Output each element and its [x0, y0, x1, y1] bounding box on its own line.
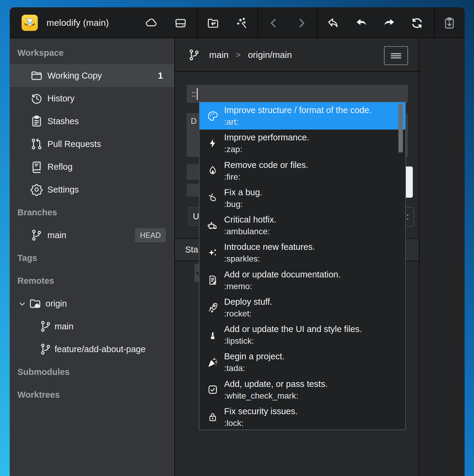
git-branch-icon — [39, 343, 52, 356]
sidebar-section-tags[interactable]: Tags — [10, 247, 174, 269]
suggestion-item-tada[interactable]: Begin a project.:tada: — [200, 349, 405, 376]
text-caret — [197, 88, 198, 100]
sidebar: Workspace Working Copy 1 — [10, 39, 175, 476]
share-arrow-icon[interactable] — [326, 16, 340, 30]
ambulance-icon — [207, 220, 219, 232]
description-fragment: D — [191, 117, 197, 126]
hamburger-menu-button[interactable] — [384, 46, 408, 65]
sidebar-item-working-copy[interactable]: Working Copy 1 — [10, 64, 174, 87]
memo-icon — [207, 274, 219, 286]
check-box-icon — [207, 384, 219, 396]
chevron-down-icon[interactable] — [17, 299, 27, 309]
magic-wand-icon[interactable] — [235, 16, 249, 30]
remote-cloud-folder-icon — [28, 297, 42, 310]
app-window: melodify (main) — [10, 7, 464, 476]
gitmoji-suggestion-popup: Improve structure / format of the code.:… — [199, 102, 406, 430]
working-copy-count: 1 — [158, 71, 163, 81]
sync-icon[interactable] — [410, 16, 424, 30]
suggestion-item-zap[interactable]: Improve performance.:zap: — [200, 130, 405, 157]
sidebar-section-worktrees[interactable]: Worktrees — [10, 383, 174, 406]
pull-request-icon — [30, 137, 43, 151]
sidebar-item-reflog[interactable]: Reflog — [10, 155, 174, 178]
bug-icon — [207, 192, 219, 204]
back-icon[interactable] — [267, 16, 280, 30]
sidebar-item-remote-origin[interactable]: origin — [10, 292, 174, 315]
title-bar: melodify (main) — [10, 7, 464, 38]
git-branch-icon — [39, 320, 52, 333]
lipstick-icon — [207, 329, 219, 341]
sidebar-section-workspace[interactable]: Workspace — [10, 41, 174, 64]
sidebar-item-stashes[interactable]: Stashes — [10, 110, 174, 133]
suggestion-item-fire[interactable]: Remove code or files.:fire: — [200, 157, 405, 184]
suggestion-item-white-check-mark[interactable]: Add, update, or pass tests.:white_check_… — [200, 376, 405, 403]
sidebar-item-settings[interactable]: Settings — [10, 178, 174, 201]
suggestion-item-ambulance[interactable]: Critical hotfix.:ambulance: — [200, 212, 405, 239]
sidebar-section-branches[interactable]: Branches — [10, 201, 174, 224]
sidebar-section-submodules[interactable]: Submodules — [10, 361, 174, 383]
breadcrumb-branch[interactable]: main — [209, 50, 229, 60]
window-title: melodify (main) — [46, 7, 109, 38]
popup-scrollbar-thumb[interactable] — [398, 104, 403, 152]
history-icon — [30, 92, 43, 105]
folder-icon — [30, 69, 43, 82]
sidebar-item-history[interactable]: History — [10, 87, 174, 110]
app-icon — [22, 15, 38, 31]
breadcrumb-upstream[interactable]: origin/main — [248, 50, 292, 60]
commit-summary-input[interactable]: :: — [187, 85, 408, 103]
suggestion-item-memo[interactable]: Add or update documentation.:memo: — [200, 267, 405, 294]
stash-clipboard-icon — [30, 115, 43, 128]
fire-icon — [207, 165, 219, 177]
book-icon — [30, 160, 43, 173]
undo-icon[interactable] — [355, 16, 368, 30]
right-panel — [419, 39, 464, 476]
suggestion-item-lock[interactable]: Fix security issues.:lock: — [200, 403, 405, 430]
sidebar-section-remotes[interactable]: Remotes — [10, 269, 174, 292]
suggestion-item-lipstick[interactable]: Add or update the UI and style files.:li… — [200, 321, 405, 349]
git-branch-icon — [30, 229, 43, 242]
palette-icon — [207, 110, 219, 122]
suggestion-item-bug[interactable]: Fix a bug.:bug: — [200, 184, 405, 212]
open-repo-return-icon[interactable] — [206, 16, 220, 30]
clipboard-download-icon[interactable] — [442, 16, 456, 30]
rocket-icon — [207, 301, 219, 313]
sparkles-icon — [207, 247, 219, 259]
gear-icon — [30, 183, 43, 196]
lock-icon — [207, 411, 219, 423]
head-badge: HEAD — [135, 228, 166, 242]
sidebar-item-origin-main[interactable]: main — [10, 315, 174, 338]
sidebar-item-origin-feature-add-about-page[interactable]: feature/add-about-page — [10, 338, 174, 361]
breadcrumb-separator: > — [236, 50, 241, 60]
suggestion-item-rocket[interactable]: Deploy stuff.:rocket: — [200, 294, 405, 321]
commit-summary-value: :: — [191, 89, 196, 99]
branch-header-bar: main > origin/main — [175, 39, 419, 72]
sidebar-item-branch-main[interactable]: main HEAD — [10, 224, 174, 247]
suggestion-item-sparkles[interactable]: Introduce new features.:sparkles: — [200, 239, 405, 266]
cloud-icon[interactable] — [145, 16, 158, 30]
sidebar-item-pull-requests[interactable]: Pull Requests — [10, 133, 174, 155]
lightning-icon — [207, 137, 219, 149]
main-panel: main > origin/main :: D — [175, 39, 419, 476]
suggestion-item-art[interactable]: Improve structure / format of the code.:… — [200, 102, 405, 130]
party-popper-icon — [207, 356, 219, 368]
git-branch-icon — [188, 48, 201, 61]
forward-icon[interactable] — [295, 16, 308, 30]
hard-drive-icon[interactable] — [174, 16, 188, 30]
redo-icon[interactable] — [382, 16, 396, 30]
